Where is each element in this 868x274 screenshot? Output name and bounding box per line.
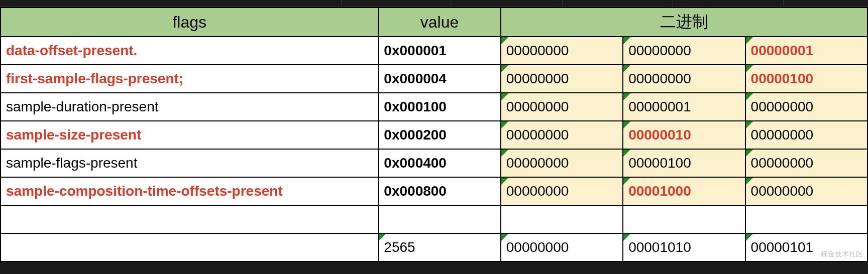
cell-flag: sample-size-present	[1, 121, 378, 149]
table-row: sample-duration-present0x000100000000000…	[1, 93, 867, 121]
header-row: flags value 二进制	[1, 8, 867, 37]
cell-value: 0x000004	[378, 65, 500, 93]
table-row: sample-flags-present0x000400000000000000…	[1, 149, 867, 177]
cell-binary: 00000001	[623, 93, 745, 121]
cell-value: 0x000800	[378, 177, 500, 205]
cell-value: 0x000100	[378, 93, 500, 121]
cell-binary: 00000100	[745, 65, 867, 93]
cell-empty	[1, 205, 378, 233]
table-container: flags value 二进制 data-offset-present.0x00…	[0, 0, 868, 262]
cell-binary: 00001010	[623, 233, 745, 261]
cell-value: 0x000400	[378, 149, 500, 177]
cell-binary: 00000000	[745, 149, 867, 177]
cell-empty	[623, 205, 745, 233]
cell-binary: 00000000	[745, 177, 867, 205]
cell-binary: 00001000	[623, 177, 745, 205]
cell-empty	[501, 205, 623, 233]
cell-binary: 00000001	[745, 37, 867, 65]
header-value: value	[378, 8, 500, 37]
cell-binary: 00000000	[745, 121, 867, 149]
table-row: first-sample-flags-present;0x00000400000…	[1, 65, 867, 93]
header-binary: 二进制	[501, 8, 867, 37]
cell-binary: 00000000	[501, 121, 623, 149]
cell-binary: 00000000	[501, 149, 623, 177]
table-row: sample-size-present0x0002000000000000000…	[1, 121, 867, 149]
cell-binary: 00000000	[501, 93, 623, 121]
cell-binary: 00000010	[623, 121, 745, 149]
cell-value: 0x000001	[378, 37, 500, 65]
table-row-empty	[1, 205, 867, 233]
cell-empty	[378, 205, 500, 233]
table-row: sample-composition-time-offsets-present0…	[1, 177, 867, 205]
cell-binary: 00000000	[745, 93, 867, 121]
flags-table: flags value 二进制 data-offset-present.0x00…	[0, 7, 868, 262]
cell-flag	[1, 233, 378, 261]
cell-binary: 00000100	[623, 149, 745, 177]
cell-binary: 00000000	[623, 37, 745, 65]
table-row-sum: 2565000000000000101000000101	[1, 233, 867, 261]
cell-binary: 00000000	[501, 233, 623, 261]
cell-value: 0x000200	[378, 121, 500, 149]
cell-flag: sample-composition-time-offsets-present	[1, 177, 378, 205]
cell-empty	[745, 205, 867, 233]
cell-binary: 00000000	[623, 65, 745, 93]
cell-binary: 00000000	[501, 177, 623, 205]
cell-value: 2565	[378, 233, 500, 261]
header-flags: flags	[1, 8, 378, 37]
cell-binary: 00000000	[501, 37, 623, 65]
cell-flag: first-sample-flags-present;	[1, 65, 378, 93]
cell-flag: sample-duration-present	[1, 93, 378, 121]
cell-flag: sample-flags-present	[1, 149, 378, 177]
cell-flag: data-offset-present.	[1, 37, 378, 65]
table-row: data-offset-present.0x000001000000000000…	[1, 37, 867, 65]
watermark: 稀金技术社区	[821, 250, 863, 259]
top-bar	[0, 0, 868, 7]
cell-binary: 00000000	[501, 65, 623, 93]
